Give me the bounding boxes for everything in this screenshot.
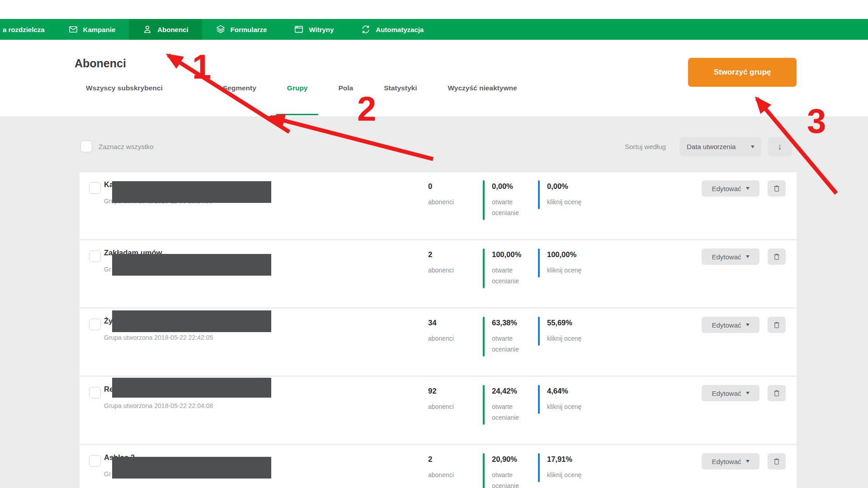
subscriber-count: 92 <box>428 387 436 395</box>
delete-button[interactable] <box>768 317 786 333</box>
nav-item-label: a rozdzielcza <box>3 26 45 33</box>
caret-down-icon <box>746 324 750 326</box>
open-rate-value: 24,42% <box>492 387 517 395</box>
main-navbar: a rozdzielczaKampanieAbonenciFormularzeW… <box>0 19 868 40</box>
group-created-date: Gr <box>104 470 111 478</box>
open-rate-bar <box>483 453 485 488</box>
envelope-icon <box>68 24 78 34</box>
group-created-date: Grupa utworzona 2018-05-22 22:04:08 <box>104 402 213 409</box>
delete-button[interactable] <box>768 385 786 401</box>
edit-button[interactable]: Edytować <box>702 453 760 469</box>
click-rate-bar <box>538 453 540 482</box>
edit-button[interactable]: Edytować <box>702 317 760 333</box>
caret-down-icon <box>751 145 755 148</box>
tab-wszyscy-subskrybenci[interactable]: Wszyscy subskrybenci <box>86 84 163 115</box>
tab-segmenty[interactable]: Segmenty <box>223 84 256 115</box>
delete-button[interactable] <box>768 249 786 265</box>
person-icon <box>142 24 152 34</box>
nav-item-label: Abonenci <box>157 26 188 33</box>
delete-button[interactable] <box>768 453 786 469</box>
edit-button-label: Edytować <box>712 253 741 261</box>
subscriber-label: abonenci <box>428 471 454 479</box>
subscriber-count: 0 <box>428 182 432 191</box>
open-rate-label-line2: ocenianie <box>492 482 519 488</box>
open-rate-label-line2: ocenianie <box>492 414 519 421</box>
sort-direction-button[interactable]: ↓ <box>768 137 792 156</box>
subscriber-count: 2 <box>428 250 432 259</box>
redaction-box <box>112 181 271 203</box>
click-rate-value: 55,69% <box>547 319 572 327</box>
open-rate-value: 0,00% <box>492 182 513 191</box>
open-rate-label-line1: otwarte <box>492 403 513 410</box>
nav-item-kampanie[interactable]: Kampanie <box>55 19 129 40</box>
group-created-date: Gr <box>104 266 111 273</box>
subscriber-label: abonenci <box>428 335 454 342</box>
open-rate-label-line1: otwarte <box>492 335 513 342</box>
sort-dropdown[interactable]: Data utworzenia <box>679 137 762 156</box>
click-rate-label: kliknij ocenę <box>547 335 581 342</box>
group-name[interactable]: Ży <box>104 317 113 325</box>
top-white-strip <box>0 0 868 19</box>
nav-item-abonenci[interactable]: Abonenci <box>129 19 202 40</box>
row-checkbox[interactable] <box>89 250 101 262</box>
edit-button-label: Edytować <box>712 458 741 465</box>
open-rate-label-line2: ocenianie <box>492 346 519 353</box>
page-title: Abonenci <box>75 57 126 70</box>
trash-icon <box>772 320 781 329</box>
click-rate-value: 17,91% <box>547 455 572 464</box>
open-rate-bar <box>483 317 485 357</box>
open-rate-bar <box>483 385 485 425</box>
trash-icon <box>772 252 781 261</box>
open-rate-label-line2: ocenianie <box>492 277 519 285</box>
redaction-box <box>112 254 271 276</box>
sort-dropdown-value: Data utworzenia <box>687 143 736 150</box>
click-rate-value: 0,00% <box>547 182 568 191</box>
caret-down-icon <box>746 460 750 463</box>
nav-item-label: Witryny <box>309 26 334 33</box>
edit-button[interactable]: Edytować <box>702 385 760 401</box>
content-area: Zaznacz wszystko Sortuj według Data utwo… <box>0 117 868 488</box>
nav-item-witryny[interactable]: Witryny <box>280 19 347 40</box>
nav-item-a-rozdzielcza[interactable]: a rozdzielcza <box>0 19 55 40</box>
row-checkbox[interactable] <box>89 319 101 330</box>
select-all-label: Zaznacz wszystko <box>99 143 154 150</box>
select-all-checkbox[interactable] <box>80 141 92 152</box>
subscriber-label: abonenci <box>428 267 454 274</box>
tab-statystyki[interactable]: Statystyki <box>384 84 417 115</box>
click-rate-bar <box>538 180 540 209</box>
window-icon <box>294 24 304 34</box>
open-rate-value: 100,00% <box>492 250 521 259</box>
group-row: Zakładam umów Gr 2 abonenci 100,00% otwa… <box>80 240 797 307</box>
row-checkbox[interactable] <box>89 387 101 399</box>
refresh-icon <box>361 24 371 34</box>
edit-button[interactable]: Edytować <box>702 180 760 197</box>
trash-icon <box>772 184 781 193</box>
row-checkbox[interactable] <box>89 182 101 194</box>
click-rate-label: kliknij ocenę <box>547 403 581 410</box>
group-row: Ashlee 2 Gr 2 abonenci 20,90% otwarte oc… <box>80 445 797 488</box>
tab-wyczyść-nieaktywne[interactable]: Wyczyść nieaktywne <box>448 84 517 115</box>
open-rate-label-line1: otwarte <box>492 471 513 479</box>
nav-item-label: Kampanie <box>83 26 116 33</box>
open-rate-value: 63,38% <box>492 319 517 327</box>
nav-item-formularze[interactable]: Formularze <box>202 19 281 40</box>
tab-grupy[interactable]: Grupy <box>287 84 308 115</box>
subscriber-count: 34 <box>428 319 436 327</box>
trash-icon <box>772 389 781 398</box>
edit-button-label: Edytować <box>712 389 741 397</box>
open-rate-label-line1: otwarte <box>492 198 513 206</box>
redaction-box <box>112 457 271 479</box>
delete-button[interactable] <box>768 180 786 197</box>
row-checkbox[interactable] <box>89 455 101 467</box>
click-rate-bar <box>538 249 540 277</box>
group-row: Re Grupa utworzona 2018-05-22 22:04:08 9… <box>80 377 797 444</box>
click-rate-bar <box>538 317 540 346</box>
group-list: Ka Grupa utworzona 2020-11-06 13:14:03 0… <box>80 172 797 488</box>
tab-pola[interactable]: Pola <box>338 84 353 115</box>
create-group-button[interactable]: Stworzyć grupę <box>688 58 797 87</box>
redaction-box <box>112 378 271 398</box>
edit-button[interactable]: Edytować <box>702 249 760 265</box>
nav-item-automatyzacja[interactable]: Automatyzacja <box>347 19 437 40</box>
edit-button-label: Edytować <box>712 185 741 192</box>
open-rate-label-line2: ocenianie <box>492 209 519 216</box>
